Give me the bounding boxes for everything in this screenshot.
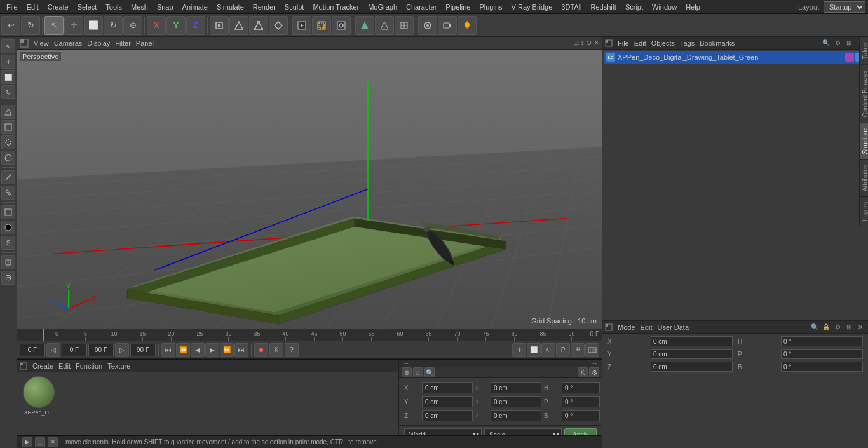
undo-button[interactable]: ↩ [1, 16, 20, 35]
select-tool-button[interactable]: ↖ [44, 16, 64, 35]
play-forward-button[interactable]: ▶ [205, 343, 219, 357]
menu-simulate[interactable]: Simulate [213, 2, 248, 12]
content-browser-tab[interactable]: Content Browser [860, 64, 868, 122]
next-frame-button[interactable]: ⏩ [220, 343, 234, 357]
menu-sculpt[interactable]: Sculpt [281, 2, 308, 12]
coord-z-size[interactable] [491, 410, 541, 421]
z-axis-button[interactable]: Z [186, 16, 205, 35]
attr-close-icon[interactable]: ✕ [855, 322, 865, 332]
key-mode-btn[interactable]: ⬜ [527, 343, 541, 357]
sidebar-render-button[interactable]: S [1, 236, 15, 250]
obj-bookmarks-menu[interactable]: Bookmarks [700, 39, 735, 47]
redo-button[interactable]: ↻ [21, 16, 40, 35]
playback-end-frame-2[interactable] [130, 344, 156, 356]
viewport-view-menu[interactable]: View [34, 39, 49, 47]
dope-sheet-btn[interactable]: ⠿ [571, 343, 585, 357]
sidebar-move-tool[interactable]: ✛ [1, 55, 15, 69]
object-visibility-flag[interactable] [845, 53, 854, 62]
obj-objects-menu[interactable]: Objects [651, 39, 675, 47]
light-button[interactable] [458, 16, 477, 35]
sidebar-weld-tool[interactable] [1, 186, 15, 200]
sidebar-point-tool[interactable] [1, 135, 15, 149]
attr-y-input[interactable] [651, 349, 733, 359]
viewport-panel-menu[interactable]: Panel [136, 39, 154, 47]
mat-edit-menu[interactable]: Edit [58, 362, 71, 370]
wireframe-button[interactable] [375, 16, 394, 35]
menu-snap[interactable]: Snap [153, 2, 177, 12]
mat-function-menu[interactable]: Function [76, 362, 102, 370]
viewport-maximize-icon[interactable]: ⊞ [573, 39, 579, 47]
attr-lock-icon[interactable]: 🔒 [821, 322, 831, 332]
obj-file-menu[interactable]: File [618, 39, 629, 47]
render-active-view-button[interactable] [332, 16, 351, 35]
transform-tool-button[interactable]: ⊕ [123, 16, 142, 35]
menu-help[interactable]: Help [682, 2, 704, 12]
coord-y-pos[interactable] [422, 396, 473, 407]
attributes-tab[interactable]: Attributes [860, 159, 868, 196]
material-item-0[interactable]: XPPen_D... [20, 375, 58, 417]
viewport-settings-icon[interactable]: ⊙ [586, 39, 592, 47]
coord-tool-5[interactable]: ⚙ [589, 367, 599, 377]
sidebar-rotate-tool[interactable]: ↻ [1, 85, 15, 99]
menu-animate[interactable]: Animate [179, 2, 212, 12]
points-mode-button[interactable] [229, 16, 248, 35]
coord-tool-4[interactable]: K [578, 367, 588, 377]
coord-h-rot[interactable] [562, 382, 600, 393]
coord-z-pos[interactable] [422, 410, 473, 421]
coord-tool-3[interactable]: 🔍 [424, 367, 435, 377]
scale-tool-button[interactable]: ⬜ [84, 16, 103, 35]
attr-b-input[interactable] [781, 362, 863, 372]
viewport-display-menu[interactable]: Display [87, 39, 110, 47]
menu-character[interactable]: Character [402, 2, 440, 12]
object-row-0[interactable]: L0 XPPen_Deco_Digital_Drawing_Tablet_Gre… [604, 51, 867, 64]
playback-current-frame[interactable] [62, 344, 87, 356]
menu-window[interactable]: Window [648, 2, 681, 12]
attr-z-input[interactable] [651, 362, 733, 372]
attr-search-icon[interactable]: 🔍 [810, 322, 820, 332]
sidebar-sculpt-tool[interactable] [1, 271, 15, 285]
menu-pipeline[interactable]: Pipeline [442, 2, 474, 12]
timeline-btn[interactable] [585, 343, 599, 357]
layers-tab[interactable]: Layers [860, 196, 868, 226]
sidebar-paint-tool[interactable] [1, 255, 15, 269]
obj-expand-icon[interactable]: ⊞ [844, 38, 854, 48]
x-axis-button[interactable]: X [147, 16, 166, 35]
playback-start-frame[interactable] [20, 344, 45, 356]
frame-step-back-btn[interactable]: ◁ [46, 343, 60, 357]
coord-tool-1[interactable]: ⊕ [402, 367, 412, 377]
sidebar-edge-tool[interactable] [1, 120, 15, 134]
timeline[interactable]: 0 5 10 15 20 25 30 35 40 45 50 55 60 65 … [17, 329, 602, 341]
snap-to-key-btn[interactable]: ✛ [512, 343, 526, 357]
viewport-cameras-menu[interactable]: Cameras [54, 39, 83, 47]
camera-button[interactable] [438, 16, 457, 35]
motion-path-btn[interactable]: P [556, 343, 570, 357]
y-axis-button[interactable]: Y [166, 16, 186, 35]
go-start-button[interactable]: ⏮ [161, 343, 175, 357]
viewport-view-icon[interactable]: ↕ [581, 39, 585, 47]
attr-p-input[interactable] [781, 349, 863, 359]
attr-userdata-menu[interactable]: User Data [658, 323, 689, 331]
polygons-mode-button[interactable] [269, 16, 288, 35]
menu-mograph[interactable]: MoGraph [364, 2, 401, 12]
attr-edit-menu[interactable]: Edit [641, 323, 653, 331]
coord-x-size[interactable] [491, 382, 541, 393]
render-view-button[interactable] [292, 16, 311, 35]
viewport-3d[interactable]: X Y Z Perspective Grid Spacing : 10 cm [17, 50, 602, 329]
gouraud-button[interactable] [355, 16, 374, 35]
menu-tools[interactable]: Tools [102, 2, 126, 12]
layout-dropdown[interactable]: Startup [824, 1, 865, 13]
menu-plugins[interactable]: Plugins [475, 2, 506, 12]
record-button[interactable]: ⏺ [254, 343, 268, 357]
sidebar-cursor-tool[interactable]: ↖ [1, 39, 15, 53]
viewport-close-icon[interactable]: ✕ [593, 39, 599, 47]
edges-mode-button[interactable] [249, 16, 268, 35]
help-button[interactable]: ? [285, 343, 299, 357]
obj-edit-menu[interactable]: Edit [634, 39, 646, 47]
menu-redshift[interactable]: Redshift [587, 2, 620, 12]
move-tool-button[interactable]: ✛ [64, 16, 83, 35]
menu-file[interactable]: File [3, 2, 22, 12]
sidebar-material-button[interactable] [1, 221, 15, 234]
attr-mode-menu[interactable]: Mode [618, 323, 635, 331]
menu-select[interactable]: Select [74, 2, 101, 12]
coord-tool-2[interactable]: ⌂ [413, 367, 423, 377]
